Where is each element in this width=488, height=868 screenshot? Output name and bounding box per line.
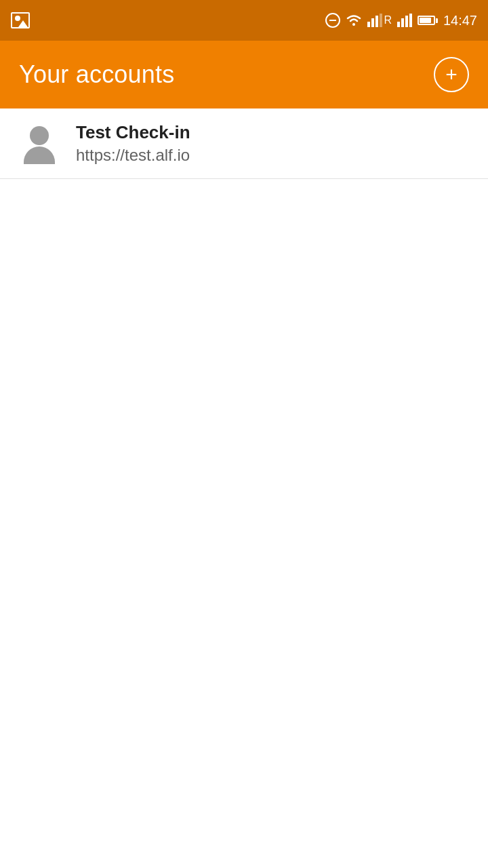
signal-r-icon (367, 14, 382, 27)
svg-rect-8 (409, 14, 412, 27)
page-title: Your accounts (19, 60, 174, 89)
status-bar: R 14:47 (0, 0, 488, 41)
svg-rect-3 (375, 16, 378, 27)
app-bar: Your accounts + (0, 41, 488, 108)
account-list: Test Check-in https://test.alf.io (0, 108, 488, 179)
account-url: https://test.alf.io (76, 146, 190, 165)
svg-rect-1 (367, 22, 370, 27)
status-bar-right: R 14:47 (325, 13, 477, 28)
status-bar-left (11, 12, 30, 28)
avatar-body (24, 146, 55, 164)
wifi-icon (346, 14, 362, 27)
svg-rect-6 (401, 18, 404, 27)
avatar (19, 123, 60, 164)
image-icon (11, 12, 30, 28)
svg-point-0 (352, 23, 355, 26)
signal-icon (397, 14, 412, 27)
account-item[interactable]: Test Check-in https://test.alf.io (0, 108, 488, 178)
do-not-disturb-icon (325, 13, 340, 28)
svg-rect-4 (380, 14, 382, 27)
avatar-head (30, 126, 49, 145)
add-icon: + (445, 64, 458, 85)
account-info: Test Check-in https://test.alf.io (76, 122, 190, 165)
signal-r-group: R (367, 14, 392, 27)
r-label: R (384, 14, 392, 26)
svg-rect-7 (405, 16, 408, 27)
battery-icon (418, 16, 438, 25)
account-name: Test Check-in (76, 122, 190, 143)
svg-rect-2 (371, 18, 374, 27)
status-time: 14:47 (443, 13, 477, 28)
add-account-button[interactable]: + (434, 57, 469, 92)
svg-rect-5 (397, 22, 400, 27)
list-divider (0, 178, 488, 179)
